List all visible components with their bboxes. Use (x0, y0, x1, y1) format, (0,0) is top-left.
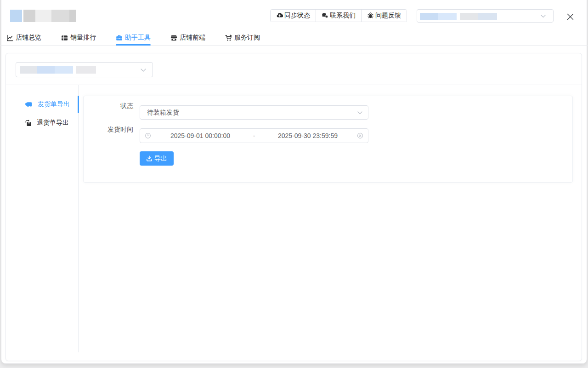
account-select-redacted (420, 13, 497, 20)
redacted-block (438, 13, 457, 20)
tab-shop-frontend[interactable]: 店铺前端 (170, 30, 205, 45)
tab-label: 助手工具 (125, 34, 151, 42)
ship-time-range-picker[interactable]: 2025-09-01 00:00:00 - 2025-09-30 23:59:5… (140, 128, 368, 143)
tools-sidebar: 发货单导出 退货单导出 (6, 85, 79, 352)
toolbox-icon (116, 34, 123, 41)
contact-us-label: 联系我们 (330, 12, 356, 20)
redacted-block (20, 66, 37, 74)
redacted-block (23, 10, 35, 22)
cart-plus-icon (225, 34, 232, 41)
redacted-block (460, 13, 478, 20)
tab-service-subscription[interactable]: 服务订阅 (225, 30, 260, 45)
ship-time-start-input[interactable]: 2025-09-01 00:00:00 (151, 132, 249, 139)
redacted-block (420, 13, 438, 20)
redacted-block (69, 10, 76, 22)
status-select-value: 待装箱发货 (140, 109, 179, 117)
contact-us-button[interactable]: 联系我们 (316, 10, 362, 22)
shop-select-redacted (20, 66, 96, 74)
chart-line-icon (6, 34, 13, 41)
close-icon (566, 13, 574, 21)
feedback-button[interactable]: 问题反馈 (362, 10, 407, 22)
account-select[interactable] (417, 9, 554, 23)
tab-label: 销量排行 (70, 34, 96, 42)
sync-status-button[interactable]: 同步状态 (271, 10, 316, 22)
tab-label: 服务订阅 (234, 34, 260, 42)
sidebar-item-shipping-export[interactable]: 发货单导出 (6, 95, 78, 114)
redacted-block (37, 66, 55, 74)
close-button[interactable] (565, 11, 576, 23)
ship-time-end-input[interactable]: 2025-09-30 23:59:59 (259, 132, 357, 139)
tools-panel: 发货单导出 退货单导出 状态 待装箱发货 发货时间 (6, 53, 582, 361)
chevron-down-icon (141, 69, 146, 72)
bug-icon (367, 12, 374, 19)
date-range-separator: - (249, 132, 259, 139)
divider (6, 85, 582, 85)
status-select[interactable]: 待装箱发货 (140, 105, 368, 120)
chevron-down-icon (541, 15, 546, 18)
ship-time-label: 发货时间 (87, 126, 133, 134)
export-button[interactable]: 导出 (140, 151, 174, 166)
redacted-block (51, 10, 69, 22)
table-icon (61, 34, 68, 41)
redacted-block (10, 10, 22, 22)
redacted-block (76, 66, 96, 74)
tab-label: 店铺总览 (16, 34, 41, 42)
circle-close-icon[interactable] (357, 132, 363, 139)
tab-assistant-tools[interactable]: 助手工具 (116, 30, 151, 45)
tab-shop-overview[interactable]: 店铺总览 (6, 30, 41, 45)
download-icon (146, 155, 153, 162)
header-action-group: 同步状态 联系我们 问题反馈 (270, 9, 407, 22)
truck-icon (25, 101, 33, 108)
sidebar-item-label: 退货单导出 (37, 119, 69, 127)
status-label: 状态 (87, 102, 133, 110)
sidebar-item-return-export[interactable]: 退货单导出 (6, 114, 78, 132)
redacted-block (55, 66, 73, 74)
sync-status-label: 同步状态 (284, 12, 310, 20)
clock-icon (145, 132, 151, 139)
redacted-block (478, 13, 497, 20)
redacted-block (35, 10, 51, 22)
tab-label: 店铺前端 (180, 34, 205, 42)
return-box-icon (25, 120, 32, 126)
sidebar-item-label: 发货单导出 (38, 100, 70, 109)
shop-select[interactable] (16, 62, 153, 77)
export-button-label: 导出 (154, 155, 167, 163)
contact-icon (322, 12, 328, 19)
cloud-sync-icon (276, 12, 283, 19)
shipping-export-form: 状态 待装箱发货 发货时间 2025-09-01 00:00:00 - 2025… (83, 96, 573, 183)
main-tabbar: 店铺总览 销量排行 助手工具 店铺前端 (0, 30, 588, 46)
feedback-label: 问题反馈 (375, 12, 401, 20)
tab-sales-ranking[interactable]: 销量排行 (61, 30, 96, 45)
plugin-window: 同步状态 联系我们 问题反馈 (1, 0, 587, 364)
chevron-down-icon (357, 111, 362, 115)
app-logo-redacted (10, 10, 76, 22)
storefront-icon (170, 34, 177, 41)
